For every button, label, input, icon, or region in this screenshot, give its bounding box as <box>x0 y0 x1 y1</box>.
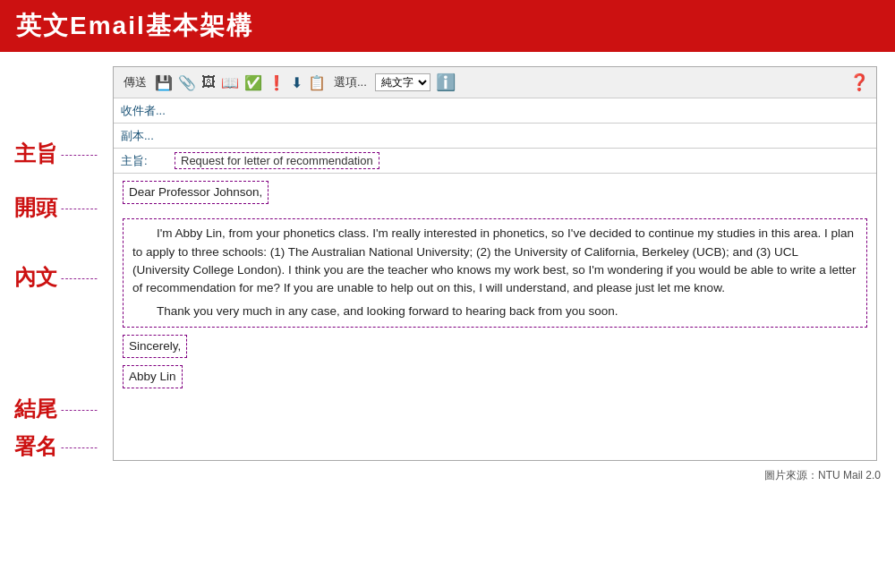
labels-column: 主旨 --------- 開頭 --------- 內文 --------- 結… <box>14 66 113 461</box>
closing-dots: --------- <box>61 404 98 414</box>
subject-label-group: 主旨 --------- <box>14 140 113 168</box>
subject-field-label: 主旨: <box>121 153 175 169</box>
email-panel: 傳送 💾 📎 🖼 📖 ✅ ❗ ⬇ 📋 選項... 純文字 ℹ️ ❓ 收件者...… <box>113 66 877 461</box>
closing-block: Sincerely, <box>123 335 187 358</box>
body-dots: --------- <box>61 272 98 283</box>
subject-value: Request for letter of recommendation <box>175 152 379 169</box>
format-select[interactable]: 純文字 <box>375 73 430 91</box>
attach-icon[interactable]: 📎 <box>178 74 196 91</box>
send-button[interactable]: 傳送 <box>121 73 149 91</box>
options-button[interactable]: 選項... <box>331 73 370 91</box>
cc-input[interactable] <box>175 129 869 142</box>
signature-label-group: 署名 --------- <box>14 432 113 461</box>
signature-block: Abby Lin <box>123 365 183 388</box>
greeting-block: Dear Professor Johnson, <box>123 181 268 204</box>
page-title: 英文Email基本架構 <box>0 0 895 52</box>
save-icon[interactable]: 💾 <box>155 74 173 91</box>
subject-dots: --------- <box>61 149 98 159</box>
info-icon[interactable]: ℹ️ <box>436 72 456 92</box>
cc-label: 副本... <box>121 128 175 144</box>
signature-label-text: 署名 <box>14 432 57 461</box>
greeting-label-group: 開頭 --------- <box>14 193 113 222</box>
to-label: 收件者... <box>121 103 175 119</box>
to-field-row: 收件者... <box>114 98 876 124</box>
image-icon[interactable]: 🖼 <box>201 74 216 90</box>
help-icon[interactable]: ❓ <box>849 72 869 92</box>
body-label-group: 內文 --------- <box>14 263 113 292</box>
cc-field-row: 副本... <box>114 124 876 149</box>
greeting-dots: --------- <box>61 202 98 213</box>
body-block: I'm Abby Lin, from your phonetics class.… <box>123 218 867 327</box>
to-input[interactable] <box>175 104 869 117</box>
closing-label-group: 結尾 --------- <box>14 395 113 423</box>
signature-dots: --------- <box>61 441 98 452</box>
body-label-text: 內文 <box>14 263 57 292</box>
clipboard-icon[interactable]: 📋 <box>308 74 326 91</box>
source-note: 圖片來源：NTU Mail 2.0 <box>0 464 895 487</box>
closing-label-text: 結尾 <box>14 395 57 423</box>
subject-label-text: 主旨 <box>14 140 57 168</box>
email-body: Dear Professor Johnson, I'm Abby Lin, fr… <box>114 174 876 396</box>
body-paragraph-2: Thank you very much in any case, and loo… <box>132 303 857 320</box>
check-icon[interactable]: ✅ <box>244 74 262 91</box>
subject-row: 主旨: Request for letter of recommendation <box>114 149 876 174</box>
down-icon[interactable]: ⬇ <box>291 74 303 91</box>
greeting-label-text: 開頭 <box>14 193 57 222</box>
priority-icon[interactable]: ❗ <box>268 74 286 91</box>
body-paragraph-1: I'm Abby Lin, from your phonetics class.… <box>132 225 857 297</box>
book-icon[interactable]: 📖 <box>221 74 239 91</box>
toolbar: 傳送 💾 📎 🖼 📖 ✅ ❗ ⬇ 📋 選項... 純文字 ℹ️ ❓ <box>114 67 876 98</box>
